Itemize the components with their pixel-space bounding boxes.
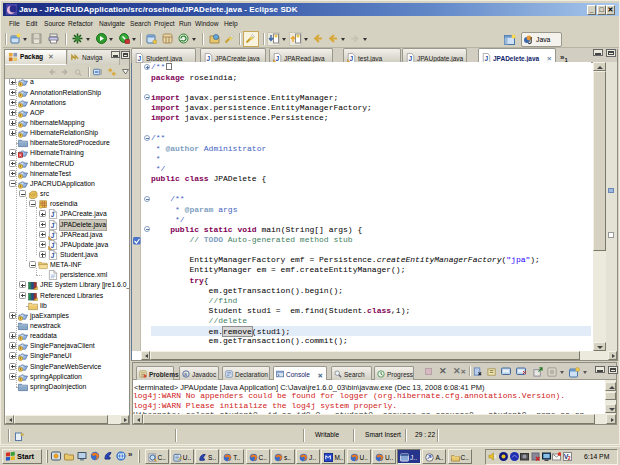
svg-text:J: J (51, 222, 55, 229)
svg-text:J: J (51, 232, 55, 239)
svg-text:a: a (184, 370, 187, 376)
svg-text:J: J (51, 252, 55, 259)
svg-text:J: J (484, 55, 488, 62)
svg-text:J: J (137, 55, 141, 62)
svg-text:J: J (349, 55, 353, 62)
svg-text:J: J (408, 55, 412, 62)
svg-text:J: J (51, 212, 55, 219)
svg-text:2: 2 (568, 455, 571, 461)
svg-text:J: J (51, 242, 55, 249)
svg-text:J: J (206, 55, 210, 62)
svg-text:J: J (275, 55, 279, 62)
